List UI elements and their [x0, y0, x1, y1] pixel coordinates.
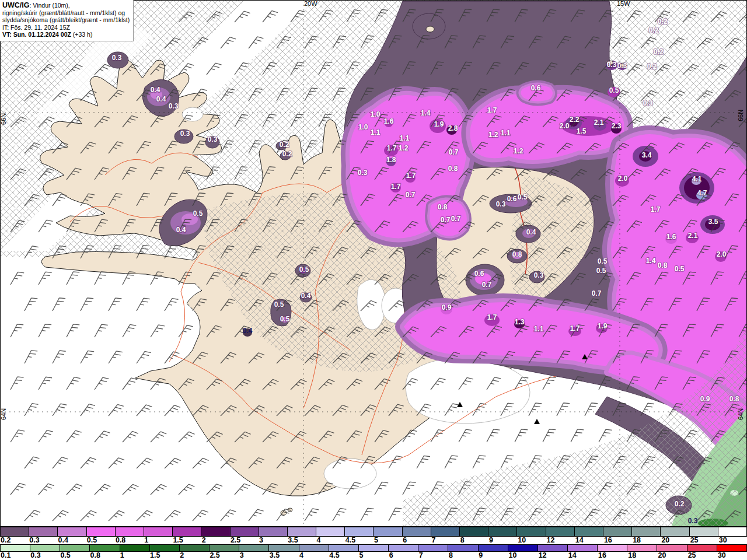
scale-segment — [30, 545, 60, 551]
svg-text:0.8: 0.8 — [729, 395, 739, 403]
scale-segment — [459, 527, 488, 536]
svg-text:0.4: 0.4 — [301, 292, 311, 300]
svg-text:0.2: 0.2 — [282, 150, 292, 158]
scale-label: 3 — [239, 552, 269, 560]
svg-text:1.7: 1.7 — [387, 144, 397, 152]
scale-segment — [478, 545, 508, 551]
scale-segment — [402, 527, 431, 536]
svg-text:66N: 66N — [0, 113, 7, 125]
svg-text:0.6: 0.6 — [507, 195, 517, 203]
scale-label: 0.3 — [29, 537, 57, 544]
scale-segment — [201, 527, 229, 536]
svg-text:0.8: 0.8 — [448, 164, 458, 173]
scale-segment — [344, 527, 373, 536]
svg-text:0.3: 0.3 — [169, 102, 179, 110]
scale-label: 0.2 — [0, 537, 29, 544]
scale-label: 1.5 — [172, 537, 201, 544]
svg-text:1.2: 1.2 — [514, 147, 523, 155]
svg-text:1.8: 1.8 — [386, 156, 396, 164]
svg-text:0.5: 0.5 — [274, 300, 284, 309]
svg-text:0.2: 0.2 — [647, 62, 657, 71]
svg-text:0.2: 0.2 — [649, 26, 659, 34]
scale-label: 0.1 — [0, 552, 30, 560]
scale-label: 7 — [431, 537, 460, 544]
svg-text:0.5: 0.5 — [299, 265, 309, 274]
scale-segment — [574, 527, 603, 536]
scale-label: 0.4 — [57, 537, 86, 544]
svg-text:0.4: 0.4 — [243, 327, 253, 335]
svg-text:0.7: 0.7 — [592, 289, 602, 298]
svg-text:0.9: 0.9 — [700, 395, 710, 403]
scale-segment — [448, 545, 477, 551]
svg-text:0.2: 0.2 — [654, 48, 664, 56]
svg-text:0.5: 0.5 — [675, 265, 685, 273]
scale-label: 3.5 — [269, 552, 299, 560]
scale-segment — [120, 545, 149, 551]
scale-label: 10 — [517, 537, 546, 544]
scale-label: 4 — [316, 537, 345, 544]
snow-scale-labels: 0.20.30.40.50.811.522.533.544.5567891012… — [0, 537, 747, 544]
scale-segment — [508, 545, 537, 551]
scale-segment — [388, 545, 418, 551]
svg-text:0.8: 0.8 — [512, 250, 522, 258]
scale-label: 5 — [374, 537, 402, 544]
svg-text:0.6: 0.6 — [531, 84, 541, 92]
svg-text:4.7: 4.7 — [697, 189, 707, 197]
scale-label: 0.5 — [86, 537, 115, 544]
svg-text:0.5: 0.5 — [193, 209, 203, 218]
svg-text:1.7: 1.7 — [651, 205, 661, 214]
scale-label: 1 — [144, 537, 172, 544]
scale-segment — [418, 545, 448, 551]
scale-segment — [57, 527, 86, 536]
svg-text:2.2: 2.2 — [570, 116, 580, 124]
scale-label: 2.5 — [230, 537, 259, 544]
scale-label: 4.5 — [329, 552, 358, 560]
scale-label: 30 — [717, 552, 747, 560]
svg-text:1.4: 1.4 — [646, 257, 656, 265]
scale-label: 2.5 — [209, 552, 239, 560]
svg-text:0.3: 0.3 — [358, 169, 368, 177]
scale-segment — [259, 527, 287, 536]
scale-segment — [1, 527, 29, 536]
svg-text:20W: 20W — [304, 0, 317, 7]
scale-label: 10 — [508, 552, 537, 560]
scale-segment — [179, 545, 209, 551]
svg-text:0.4: 0.4 — [526, 228, 536, 236]
svg-text:0.5: 0.5 — [280, 315, 290, 323]
svg-text:64N: 64N — [737, 408, 744, 420]
svg-text:0.5: 0.5 — [609, 86, 619, 94]
scale-segment — [631, 527, 660, 536]
svg-text:0.7: 0.7 — [441, 216, 451, 224]
scale-label: 25 — [690, 537, 718, 544]
scale-label: 20 — [661, 537, 689, 544]
scale-label: 6 — [402, 537, 431, 544]
scale-segment — [29, 527, 57, 536]
svg-text:0.3: 0.3 — [112, 54, 122, 62]
scale-label: 20 — [657, 552, 687, 560]
scale-segment — [172, 527, 201, 536]
init-time: IT: Fös. 29. 11. 2024 15Z — [2, 24, 130, 32]
svg-text:0.7: 0.7 — [451, 215, 461, 223]
title-line-1: UWC/IG: Vindur (10m), — [2, 2, 130, 9]
scale-segment — [660, 527, 689, 536]
scale-segment — [603, 527, 631, 536]
scale-segment — [537, 545, 567, 551]
svg-text:1.6: 1.6 — [384, 117, 394, 125]
scale-label: 0.5 — [60, 552, 89, 560]
scale-label: 8 — [448, 552, 478, 560]
svg-text:0.9: 0.9 — [442, 303, 452, 312]
svg-text:2.0: 2.0 — [560, 122, 570, 130]
scale-segment — [239, 545, 268, 551]
scale-segment — [687, 545, 717, 551]
svg-text:0.2: 0.2 — [658, 18, 668, 26]
svg-text:1.1: 1.1 — [371, 128, 381, 136]
scale-label: 1.5 — [149, 552, 179, 560]
scale-segment — [1, 545, 30, 551]
svg-text:0.3: 0.3 — [534, 271, 544, 279]
scale-segment — [60, 545, 89, 551]
scale-label: 9 — [488, 537, 517, 544]
scale-label: 1 — [120, 552, 149, 560]
scale-segment — [488, 527, 516, 536]
svg-text:1.1: 1.1 — [400, 134, 410, 142]
scale-segment — [144, 527, 172, 536]
